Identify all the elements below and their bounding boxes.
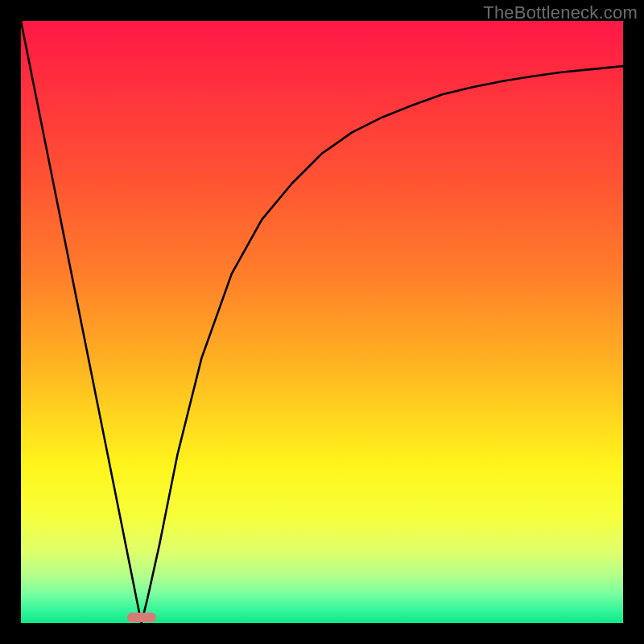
watermark-text: TheBottleneck.com	[483, 2, 638, 23]
plot-area	[21, 21, 623, 623]
highlight-marker	[127, 613, 156, 622]
curve-layer	[21, 21, 623, 623]
chart-frame: TheBottleneck.com	[0, 0, 644, 644]
bottleneck-curve	[21, 21, 623, 623]
